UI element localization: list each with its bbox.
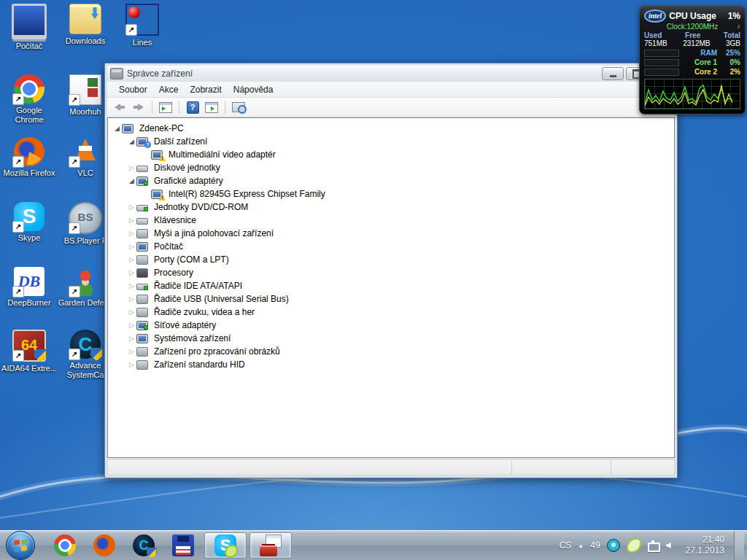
- shortcut-arrow-icon: ↗: [69, 156, 80, 168]
- tree-expander-icon[interactable]: ▷: [127, 201, 136, 214]
- desktop-icon-aida64-extreme[interactable]: ↗AIDA64 Extre...: [1, 330, 57, 373]
- tree-expander-icon[interactable]: ▷: [127, 214, 136, 227]
- desktop-icon-label: Mozilla Firefox: [1, 168, 57, 178]
- tree-expander-icon[interactable]: ▷: [127, 332, 136, 345]
- tree-item[interactable]: Multimediální video adaptér: [111, 148, 674, 161]
- device-manager-window: Správce zařízení × SouborAkceZobrazitNáp…: [104, 63, 678, 478]
- device-manager-taskbar[interactable]: [249, 532, 292, 559]
- menu-item-nápověda[interactable]: Nápověda: [228, 83, 279, 96]
- clock[interactable]: 21:40 27.1.2013: [686, 534, 724, 556]
- video-device-icon: [151, 149, 163, 160]
- tree-expander-icon[interactable]: ▷: [127, 266, 136, 279]
- window-titlebar[interactable]: Správce zařízení ×: [107, 66, 675, 82]
- language-indicator[interactable]: CS: [560, 540, 572, 551]
- tree-item[interactable]: ◢Zdenek-PC: [111, 122, 674, 135]
- tree-item[interactable]: ▷Porty (COM a LPT): [111, 253, 674, 266]
- tree-item[interactable]: ▷Počítač: [111, 240, 674, 253]
- skype-icon: [214, 534, 236, 556]
- usage-bar: [644, 50, 679, 57]
- show-desktop-button[interactable]: [734, 531, 744, 560]
- windows-logo-icon: [14, 539, 27, 552]
- menu-item-akce[interactable]: Akce: [153, 83, 185, 96]
- tree-item[interactable]: ▷Myši a jiná polohovací zařízení: [111, 227, 674, 240]
- tree-item-label: Systémová zařízení: [152, 333, 232, 343]
- tree-expander-icon[interactable]: ▷: [127, 240, 136, 253]
- tree-expander-icon[interactable]: ▷: [127, 279, 136, 292]
- mem-free-header: Free: [685, 31, 700, 39]
- tree-item[interactable]: Intel(R) 82945G Express Chipset Family: [111, 187, 674, 201]
- tree-expander-icon[interactable]: ◢: [127, 174, 136, 187]
- export-list-button[interactable]: [204, 100, 220, 114]
- firefox-taskbar[interactable]: [85, 531, 124, 560]
- desktop-icon-google-chrome[interactable]: ↗Google Chrome: [1, 74, 57, 125]
- tree-item-label: Intel(R) 82945G Express Chipset Family: [167, 189, 327, 199]
- tree-item[interactable]: ▷Zařízení standardu HID: [111, 358, 674, 371]
- tree-expander-icon[interactable]: ▷: [127, 358, 136, 371]
- tree-item[interactable]: ▷Řadiče zvuku, videa a her: [111, 306, 674, 319]
- tree-item[interactable]: ▷Klávesnice: [111, 214, 674, 227]
- aida64-extreme-icon: ↗: [12, 330, 46, 362]
- cpu-usage-value: 1%: [728, 11, 740, 21]
- gadget-title: CPU Usage: [669, 11, 716, 21]
- green-status-icon[interactable]: [627, 538, 641, 553]
- minimize-button[interactable]: [602, 67, 624, 80]
- tree-expander-icon[interactable]: ▷: [127, 306, 136, 319]
- shortcut-arrow-icon: ↗: [69, 94, 80, 106]
- systemcare-taskbar[interactable]: [124, 531, 163, 560]
- help-button[interactable]: ?: [185, 100, 201, 114]
- uac-shield-icon: [34, 349, 47, 362]
- tree-expander-icon[interactable]: ▷: [127, 227, 136, 240]
- show-hidden-icons-button[interactable]: ▲: [578, 542, 584, 549]
- tree-expander-icon[interactable]: ▷: [127, 292, 136, 306]
- tree-expander-icon[interactable]: ▷: [127, 319, 136, 332]
- tree-expander-icon[interactable]: ◢: [127, 135, 136, 148]
- desktop-icon-deepburner[interactable]: ↗DeepBurner: [1, 267, 57, 308]
- uac-shield-icon: [147, 548, 157, 559]
- chrome-taskbar[interactable]: [45, 531, 85, 560]
- mem-total-value: 3GB: [726, 39, 740, 47]
- tree-item[interactable]: ◢?Další zařízení: [111, 135, 674, 148]
- tree-item[interactable]: ▷Jednotky DVD/CD-ROM: [111, 201, 674, 214]
- tree-expander-icon[interactable]: ▷: [127, 345, 136, 358]
- tree-item[interactable]: ▷Systémová zařízení: [111, 332, 674, 345]
- desktop-icon-downloads[interactable]: Downloads: [58, 4, 113, 46]
- back-button[interactable]: [112, 100, 128, 114]
- gadget-row-value: 25%: [721, 49, 740, 57]
- forward-button[interactable]: [131, 100, 147, 114]
- network-icon[interactable]: [648, 542, 660, 552]
- status-eye-icon[interactable]: [607, 539, 620, 552]
- desktop-icon-pocitac[interactable]: Počítač: [1, 4, 57, 51]
- tree-item-label: Síťové adaptéry: [152, 320, 217, 330]
- moorhuhn-icon: ↗: [69, 74, 101, 105]
- menu-item-soubor[interactable]: Soubor: [113, 83, 153, 96]
- toolbar-separator: [225, 101, 225, 114]
- tree-item-label: Zdenek-PC: [138, 123, 185, 133]
- usb-controller-icon: [136, 294, 149, 304]
- tree-expander-icon[interactable]: ▷: [127, 253, 136, 266]
- scan-hardware-changes-button[interactable]: [231, 100, 247, 114]
- skype-taskbar[interactable]: [204, 532, 247, 559]
- tree-item[interactable]: ▷Řadiče USB (Universal Serial Bus): [111, 292, 674, 306]
- menu-item-zobrazit[interactable]: Zobrazit: [184, 83, 227, 96]
- volume-icon[interactable]: [666, 542, 671, 548]
- tree-item[interactable]: ▷Řadiče IDE ATA/ATAPI: [111, 279, 674, 292]
- floppy-taskbar[interactable]: [163, 531, 203, 560]
- garden-defence-icon: ↗: [70, 267, 101, 296]
- tree-item[interactable]: ▷Síťové adaptéry: [111, 319, 674, 332]
- start-button[interactable]: [6, 531, 35, 560]
- tree-item[interactable]: ▷Diskové jednotky: [111, 161, 674, 174]
- cpu-usage-gadget[interactable]: intel CPU Usage 1% Clock:1200MHz ♪ Used …: [639, 6, 746, 114]
- lines-icon: ↗: [125, 4, 159, 36]
- desktop-icon-skype[interactable]: ↗Skype: [1, 202, 57, 243]
- desktop-icon-mozilla-firefox[interactable]: ↗Mozilla Firefox: [1, 137, 57, 178]
- tree-item[interactable]: ◢Grafické adaptéry: [111, 174, 674, 187]
- tree-expander-icon[interactable]: ▷: [127, 161, 136, 174]
- show-console-tree-button[interactable]: [158, 100, 174, 114]
- asc-icon: [133, 534, 155, 556]
- tree-expander-icon[interactable]: ◢: [112, 122, 122, 135]
- shortcut-arrow-icon: ↗: [12, 286, 24, 298]
- tree-item[interactable]: ▷Procesory: [111, 266, 674, 279]
- desktop-icon-lines[interactable]: ↗Lines: [115, 4, 170, 47]
- tree-item[interactable]: ▷Zařízení pro zpracování obrázků: [111, 345, 674, 358]
- tray-counter[interactable]: 49: [590, 540, 600, 551]
